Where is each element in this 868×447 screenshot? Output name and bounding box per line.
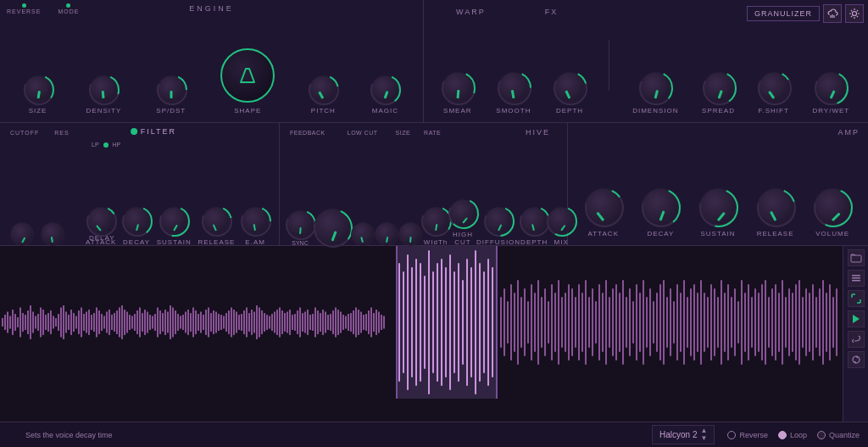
hive-size-knob[interactable] [375,222,398,246]
lp-hp-dot[interactable] [103,142,108,148]
shape-knob[interactable] [220,48,275,103]
svg-rect-471 [788,288,790,356]
feedback-knob[interactable] [287,210,314,237]
svg-rect-388 [507,301,509,344]
svg-rect-401 [551,284,553,360]
quantize-option[interactable]: Quantize [817,431,860,439]
drywet-knob[interactable] [815,72,846,103]
rate-knob[interactable] [398,222,422,246]
preset-arrows[interactable]: ▲ ▼ [701,427,708,442]
cloud-icon-button[interactable] [823,4,842,23]
settings-icon-button[interactable] [845,4,864,23]
cutoff-knob[interactable] [10,222,34,246]
loop-radio[interactable] [778,431,787,439]
top-right-controls: GRANULIZER [747,4,864,23]
svg-rect-482 [826,293,827,352]
hive-delay-knob[interactable] [314,209,351,246]
width-knob[interactable] [422,207,449,234]
svg-rect-282 [284,313,286,332]
fshift-knob[interactable] [759,72,789,103]
folder-icon-button[interactable] [848,249,865,266]
magic-knob[interactable] [371,75,398,103]
smear-indicator [456,90,459,98]
quantize-radio[interactable] [817,431,826,439]
pitch-knob-group: PITCH [309,75,337,115]
svg-rect-486 [851,255,861,262]
amp-attack-knob[interactable] [585,188,622,226]
svg-rect-212 [195,310,197,334]
amp-decay-knob[interactable] [642,188,679,226]
reverse-radio[interactable] [727,431,736,439]
svg-rect-427 [639,293,641,352]
svg-rect-415 [598,284,600,360]
amp-sustain-knob[interactable] [699,188,737,226]
bars-icon-button[interactable] [848,270,865,287]
eam-knob[interactable] [242,207,269,234]
lowcut-knob[interactable] [351,222,375,246]
preset-up-arrow[interactable]: ▲ [701,427,708,434]
pitch-knob[interactable] [309,75,337,103]
eam-knob-group: E.AM [242,207,269,246]
svg-rect-302 [309,315,311,330]
dimension-knob[interactable] [640,72,670,103]
svg-rect-384 [487,259,489,386]
size-knob[interactable] [25,75,52,103]
smear-knob[interactable] [442,72,473,103]
svg-rect-399 [544,288,546,356]
preset-down-arrow[interactable]: ▼ [701,435,708,442]
granulizer-button[interactable]: GRANULIZER [747,6,820,21]
hive-depth-knob[interactable] [520,207,548,234]
svg-rect-463 [761,284,763,360]
loop1-icon [851,334,861,344]
volume-knob[interactable] [814,188,851,226]
svg-rect-409 [578,284,580,360]
resize-icon [851,293,861,304]
svg-rect-366 [411,267,413,377]
top-section: REVERSE MODE ENGINE [0,0,868,123]
svg-rect-182 [157,308,159,338]
svg-rect-432 [656,293,658,352]
svg-rect-122 [81,308,82,338]
play-icon-button[interactable] [848,310,865,327]
filter-decay-knob[interactable] [123,207,150,234]
svg-rect-118 [75,316,77,329]
waveform-svg[interactable]: var x = 2; var bars = []; var heights = … [0,246,839,399]
spread-knob[interactable] [704,72,734,103]
smooth-knob[interactable] [498,72,529,103]
svg-rect-198 [177,314,179,331]
highcut-knob[interactable] [449,199,476,226]
reverse-option[interactable]: Reverse [727,431,768,439]
loop-option[interactable]: Loop [778,431,807,439]
width-knob-group: WIdTh [422,207,449,246]
rate-knob-group [398,222,422,246]
svg-rect-214 [198,314,199,331]
svg-rect-344 [363,315,364,330]
svg-rect-470 [785,297,787,348]
svg-rect-433 [659,284,661,360]
resize-icon-button[interactable] [848,290,865,307]
res-knob[interactable] [41,222,64,246]
density-knob-group: DENSITY [86,75,122,115]
loop2-icon [851,355,861,365]
svg-rect-202 [182,315,184,330]
fshift-knob-group: F.SHIFT [759,72,789,115]
svg-rect-377 [458,263,459,382]
waveform-side-panel [843,246,868,422]
filter-release-knob[interactable] [203,207,230,234]
density-knob[interactable] [90,75,117,103]
filter-sustain-knob[interactable] [160,207,187,234]
svg-rect-276 [276,310,278,335]
svg-rect-136 [98,310,100,334]
mix-knob[interactable] [548,207,575,234]
svg-rect-146 [111,315,113,330]
preset-selector[interactable]: Halcyon 2 ▲ ▼ [652,425,715,444]
svg-rect-120 [78,310,80,334]
loop2-icon-button[interactable] [848,351,865,368]
diffusion-knob[interactable] [485,207,512,234]
bars-icon [851,273,861,283]
amp-release-knob[interactable] [757,188,794,226]
warp-depth-knob[interactable] [554,72,585,103]
loop1-icon-button[interactable] [848,331,865,348]
spdst-knob[interactable] [158,75,185,103]
filter-attack-knob[interactable] [87,207,114,234]
